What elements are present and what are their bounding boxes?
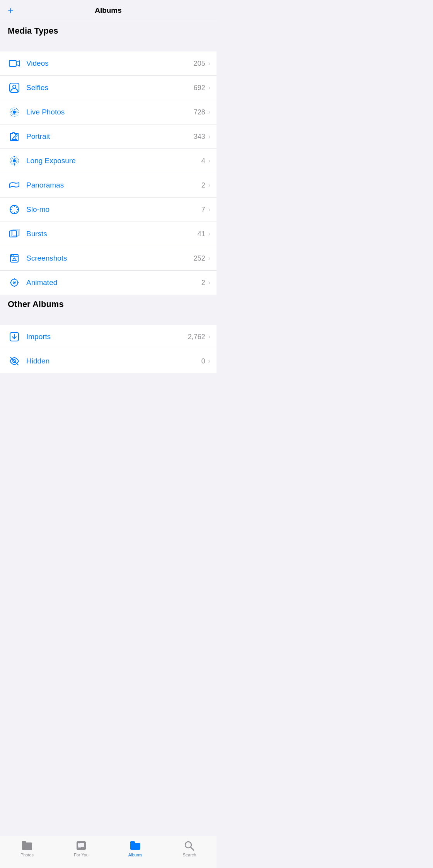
svg-line-17 — [11, 206, 12, 208]
svg-line-31 — [10, 357, 18, 365]
long-exposure-count: 4 — [201, 157, 205, 165]
long-exposure-label: Long Exposure — [26, 157, 201, 165]
video-icon — [8, 57, 21, 70]
animated-icon — [8, 276, 21, 289]
media-types-section: Videos 205 › Selfies 692 › — [0, 51, 216, 295]
other-albums-heading: Other Albums — [0, 295, 216, 313]
svg-line-19 — [16, 206, 17, 208]
navigation-bar: + Albums — [0, 0, 216, 21]
portrait-label: Portrait — [26, 132, 194, 141]
bursts-label: Bursts — [26, 230, 198, 238]
svg-point-7 — [13, 159, 16, 162]
hidden-count: 0 — [201, 357, 205, 365]
svg-line-18 — [16, 211, 17, 213]
list-item[interactable]: Hidden 0 › — [0, 349, 216, 373]
slo-mo-count: 7 — [201, 206, 205, 214]
live-photos-chevron: › — [208, 109, 210, 116]
selfies-icon — [8, 81, 21, 94]
bursts-chevron: › — [208, 230, 210, 237]
slo-mo-chevron: › — [208, 206, 210, 213]
slo-mo-label: Slo-mo — [26, 205, 201, 214]
list-item[interactable]: Screenshots 252 › — [0, 246, 216, 271]
list-item[interactable]: Selfies 692 › — [0, 76, 216, 100]
selfies-label: Selfies — [26, 84, 194, 92]
panoramas-count: 2 — [201, 181, 205, 189]
selfies-count: 692 — [194, 84, 205, 92]
portrait-icon — [8, 130, 21, 143]
screenshots-label: Screenshots — [26, 254, 194, 263]
live-photo-icon — [8, 106, 21, 119]
portrait-count: 343 — [194, 133, 205, 141]
list-item[interactable]: Portrait 343 › — [0, 124, 216, 149]
imports-count: 2,762 — [188, 333, 205, 341]
slomo-icon — [8, 203, 21, 216]
long-exposure-icon — [8, 154, 21, 167]
panoramas-icon — [8, 179, 21, 192]
svg-point-6 — [15, 135, 17, 136]
svg-point-26 — [13, 255, 14, 256]
selfies-chevron: › — [208, 84, 210, 91]
screenshots-chevron: › — [208, 255, 210, 262]
media-types-heading: Media Types — [0, 21, 216, 40]
videos-count: 205 — [194, 60, 205, 68]
list-item[interactable]: Long Exposure 4 › — [0, 149, 216, 173]
svg-point-25 — [11, 255, 12, 256]
bursts-icon — [8, 227, 21, 240]
animated-label: Animated — [26, 278, 201, 287]
imports-icon — [8, 330, 21, 343]
long-exposure-chevron: › — [208, 157, 210, 164]
svg-line-20 — [11, 211, 12, 213]
imports-chevron: › — [208, 333, 210, 340]
page-title: Albums — [95, 6, 122, 15]
content-area: Media Types Videos 205 › Se — [0, 21, 216, 412]
hidden-chevron: › — [208, 358, 210, 365]
screenshots-count: 252 — [194, 254, 205, 263]
videos-chevron: › — [208, 60, 210, 67]
list-item[interactable]: Panoramas 2 › — [0, 173, 216, 198]
svg-point-3 — [13, 111, 16, 114]
animated-count: 2 — [201, 279, 205, 287]
svg-point-2 — [13, 85, 16, 88]
live-photos-count: 728 — [194, 108, 205, 116]
other-albums-section: Imports 2,762 › Hidden 0 › — [0, 325, 216, 373]
panoramas-label: Panoramas — [26, 181, 201, 189]
portrait-chevron: › — [208, 133, 210, 140]
bursts-count: 41 — [198, 230, 205, 238]
add-album-button[interactable]: + — [8, 5, 14, 15]
hidden-label: Hidden — [26, 357, 201, 365]
videos-label: Videos — [26, 59, 194, 68]
panoramas-chevron: › — [208, 182, 210, 189]
live-photos-label: Live Photos — [26, 108, 194, 116]
list-item[interactable]: Slo-mo 7 › — [0, 198, 216, 222]
hidden-icon — [8, 355, 21, 368]
list-item[interactable]: Live Photos 728 › — [0, 100, 216, 124]
svg-rect-0 — [9, 60, 16, 67]
list-item[interactable]: Bursts 41 › — [0, 222, 216, 246]
imports-label: Imports — [26, 333, 188, 341]
screenshots-icon — [8, 252, 21, 265]
list-item[interactable]: Imports 2,762 › — [0, 325, 216, 349]
list-item[interactable]: Animated 2 › — [0, 271, 216, 295]
list-item[interactable]: Videos 205 › — [0, 51, 216, 76]
animated-chevron: › — [208, 279, 210, 286]
